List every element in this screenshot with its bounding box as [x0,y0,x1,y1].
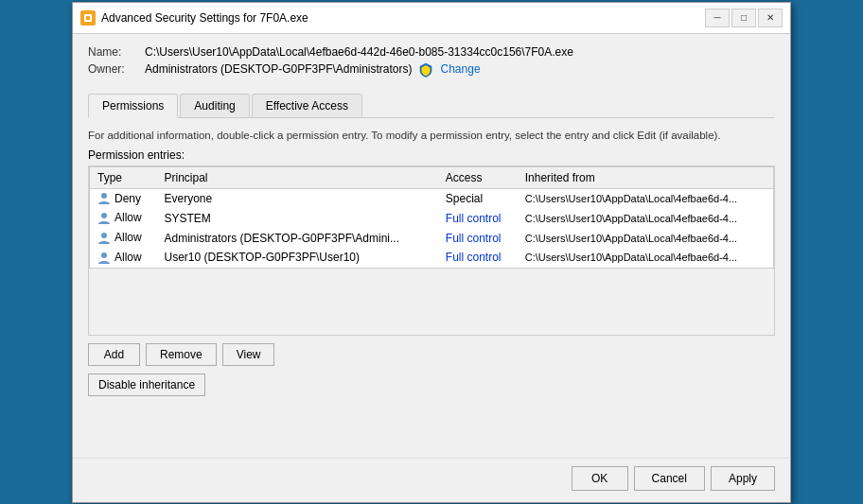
table-row[interactable]: AllowUser10 (DESKTOP-G0PF3PF\User10)Full… [90,248,774,268]
change-link[interactable]: Change [441,62,481,76]
cell-type: Allow [90,228,157,248]
user-icon [97,212,111,225]
window-title: Advanced Security Settings for 7F0A.exe [101,11,308,25]
svg-point-4 [101,233,107,238]
cell-access: Special [438,188,518,208]
view-button[interactable]: View [222,343,275,366]
cell-inherited: C:\Users\User10\AppData\Local\4efbae6d-4… [518,188,774,208]
dialog-window: Advanced Security Settings for 7F0A.exe … [72,2,791,503]
tab-permissions[interactable]: Permissions [88,94,178,118]
dialog-footer: OK Cancel Apply [73,458,790,502]
user-icon [97,192,111,205]
cell-access: Full control [438,228,518,248]
dialog-content: Name: C:\Users\User10\AppData\Local\4efb… [73,34,790,450]
svg-point-3 [101,213,107,218]
cell-type: Allow [90,248,157,268]
action-buttons: Add Remove View [88,343,775,366]
close-button[interactable]: ✕ [758,9,783,27]
owner-row: Owner: Administrators (DESKTOP-G0PF3PF\A… [88,62,775,80]
table-row[interactable]: DenyEveryoneSpecialC:\Users\User10\AppDa… [90,188,774,208]
svg-point-5 [101,252,107,258]
remove-button[interactable]: Remove [146,343,217,366]
user-icon [97,232,111,245]
window-icon [80,10,96,26]
cell-access: Full control [438,208,518,228]
cell-principal: SYSTEM [157,208,438,228]
cell-principal: Everyone [157,188,438,208]
title-bar-left: Advanced Security Settings for 7F0A.exe [80,10,308,26]
cell-type: Allow [90,208,157,228]
tabs-container: Permissions Auditing Effective Access [88,94,775,118]
svg-point-2 [101,193,107,199]
disable-inheritance-row: Disable inheritance [88,374,775,396]
col-header-type: Type [90,166,157,188]
permission-table: Type Principal Access Inherited from Den… [89,166,774,269]
name-row: Name: C:\Users\User10\AppData\Local\4efb… [88,45,775,59]
maximize-button[interactable]: □ [731,9,756,27]
minimize-button[interactable]: ─ [705,9,730,27]
owner-value: Administrators (DESKTOP-G0PF3PF\Administ… [145,62,413,76]
svg-rect-1 [86,16,90,20]
cell-access: Full control [438,248,518,268]
shield-icon [418,62,433,80]
user-icon [97,252,111,265]
name-label: Name: [88,45,145,59]
description-text: For additional information, double-click… [88,128,775,143]
permission-table-container: Type Principal Access Inherited from Den… [88,165,775,336]
cancel-button[interactable]: Cancel [634,466,705,491]
tab-effective-access[interactable]: Effective Access [252,94,362,117]
col-header-access: Access [438,166,518,188]
cell-inherited: C:\Users\User10\AppData\Local\4efbae6d-4… [518,208,774,228]
tab-auditing[interactable]: Auditing [180,94,249,117]
cell-principal: User10 (DESKTOP-G0PF3PF\User10) [157,248,438,268]
cell-principal: Administrators (DESKTOP-G0PF3PF\Admini..… [157,228,438,248]
title-bar: Advanced Security Settings for 7F0A.exe … [73,3,790,34]
table-row[interactable]: AllowSYSTEMFull controlC:\Users\User10\A… [90,208,774,228]
section-label: Permission entries: [88,148,775,162]
title-controls: ─ □ ✕ [705,9,783,27]
add-button[interactable]: Add [88,343,140,366]
cell-inherited: C:\Users\User10\AppData\Local\4efbae6d-4… [518,228,774,248]
name-value: C:\Users\User10\AppData\Local\4efbae6d-4… [145,45,573,59]
cell-type: Deny [90,188,157,208]
ok-button[interactable]: OK [572,466,628,491]
col-header-inherited: Inherited from [518,166,774,188]
cell-inherited: C:\Users\User10\AppData\Local\4efbae6d-4… [518,248,774,268]
apply-button[interactable]: Apply [711,466,775,491]
owner-label: Owner: [88,62,145,76]
disable-inheritance-button[interactable]: Disable inheritance [88,374,205,396]
table-row[interactable]: AllowAdministrators (DESKTOP-G0PF3PF\Adm… [90,228,774,248]
col-header-principal: Principal [157,166,438,188]
